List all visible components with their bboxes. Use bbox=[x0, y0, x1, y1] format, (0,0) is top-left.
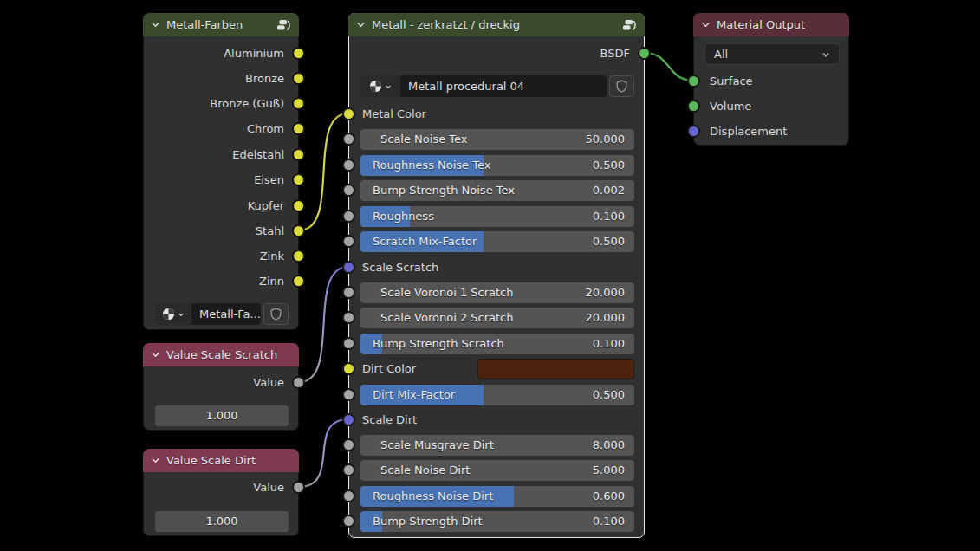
slider-label: Roughness bbox=[373, 206, 434, 227]
input-socket[interactable] bbox=[342, 235, 355, 248]
chevron-down-icon bbox=[821, 50, 830, 59]
slider-label: Bump Strength Dirt bbox=[373, 511, 483, 532]
slider-bump-strength-dirt[interactable]: Bump Strength Dirt 0.100 bbox=[360, 511, 634, 532]
output-socket-value[interactable] bbox=[292, 376, 305, 389]
input-socket-scale-dirt[interactable] bbox=[342, 413, 355, 426]
node-header[interactable]: Metall - zerkratzt / dreckig bbox=[348, 13, 645, 36]
input-socket[interactable] bbox=[342, 286, 355, 299]
input-socket[interactable] bbox=[342, 438, 355, 451]
slider-scale-voronoi-2-scratch[interactable]: Scale Voronoi 2 Scratch 20.000 bbox=[360, 308, 634, 328]
output-target-select[interactable]: All bbox=[704, 43, 840, 65]
input-socket[interactable] bbox=[342, 311, 355, 324]
datablock-browse-button[interactable] bbox=[155, 303, 191, 325]
slider-scale-noise-dirt[interactable]: Scale Noise Dirt 5.000 bbox=[360, 460, 634, 481]
node-header[interactable]: Metall-Farben bbox=[143, 13, 299, 36]
input-label-metal-color: Metal Color bbox=[362, 106, 426, 123]
output-socket-bsdf[interactable] bbox=[638, 47, 651, 60]
output-socket-zink[interactable] bbox=[292, 250, 305, 263]
input-socket-surface[interactable] bbox=[687, 75, 700, 88]
output-socket-bronze[interactable] bbox=[292, 72, 305, 85]
node-metall-zerkratzt-dreckig[interactable]: Metall - zerkratzt / dreckig BSDF Metall… bbox=[348, 13, 645, 538]
chevron-down-icon[interactable] bbox=[701, 20, 711, 29]
output-socket-value[interactable] bbox=[292, 481, 305, 494]
slider-roughness-noise-dirt[interactable]: Roughness Noise Dirt 0.600 bbox=[360, 486, 634, 507]
slider-label: Roughness Noise Tex bbox=[373, 155, 490, 176]
node-header[interactable]: Value Scale Dirt bbox=[143, 449, 299, 472]
output-socket-bronze-guss[interactable] bbox=[292, 97, 305, 110]
datablock-browse-button[interactable] bbox=[360, 75, 400, 97]
value-slider[interactable]: 1.000 bbox=[155, 511, 289, 532]
output-label: Edelstahl bbox=[232, 146, 284, 164]
output-socket-edelstahl[interactable] bbox=[292, 148, 305, 161]
datablock-name-field[interactable]: Metall procedural 04 bbox=[400, 75, 607, 97]
slider-label: Scale Voronoi 2 Scratch bbox=[380, 308, 514, 328]
output-socket-chrom[interactable] bbox=[292, 122, 305, 135]
input-socket[interactable] bbox=[342, 489, 355, 502]
chevron-down-icon[interactable] bbox=[151, 456, 160, 465]
slider-bump-strength-noise-tex[interactable]: Bump Strength Noise Tex 0.002 bbox=[360, 180, 634, 201]
slider-roughness-noise-tex[interactable]: Roughness Noise Tex 0.500 bbox=[360, 155, 634, 176]
input-socket[interactable] bbox=[342, 133, 355, 146]
node-header[interactable]: Value Scale Scratch bbox=[143, 343, 299, 366]
slider-scale-musgrave-dirt[interactable]: Scale Musgrave Dirt 8.000 bbox=[360, 435, 634, 456]
output-label: Stahl bbox=[256, 223, 284, 240]
output-label: Bronze bbox=[245, 70, 284, 88]
slider-value: 0.500 bbox=[593, 385, 625, 405]
value-slider[interactable]: 1.000 bbox=[155, 405, 289, 426]
wire-bsdf-to-surface bbox=[645, 53, 693, 81]
output-socket-aluminium[interactable] bbox=[292, 47, 305, 60]
output-label: Zinn bbox=[259, 273, 284, 290]
node-title: Metall - zerkratzt / dreckig bbox=[372, 18, 520, 31]
material-sphere-icon bbox=[162, 308, 175, 321]
node-title: Material Output bbox=[717, 18, 805, 31]
chevron-down-icon[interactable] bbox=[151, 20, 160, 29]
slider-value: 0.100 bbox=[593, 511, 625, 532]
input-socket-metal-color[interactable] bbox=[342, 107, 355, 120]
node-metall-farben[interactable]: Metall-Farben Aluminium Bronze Bronze (G… bbox=[143, 13, 299, 330]
slider-value: 20.000 bbox=[586, 308, 626, 328]
slider-label: Scale Musgrave Dirt bbox=[380, 435, 494, 456]
slider-scale-voronoi-1-scratch[interactable]: Scale Voronoi 1 Scratch 20.000 bbox=[360, 282, 634, 303]
node-value-scale-scratch[interactable]: Value Scale Scratch Value 1.000 bbox=[143, 343, 299, 431]
chevron-down-icon[interactable] bbox=[151, 350, 160, 360]
slider-value: 8.000 bbox=[593, 435, 625, 456]
fake-user-toggle[interactable] bbox=[263, 303, 289, 325]
output-socket-kupfer[interactable] bbox=[292, 199, 305, 212]
output-socket-eisen[interactable] bbox=[292, 173, 305, 186]
node-material-output[interactable]: Material Output All Surface Volume Displ… bbox=[693, 13, 849, 146]
input-socket[interactable] bbox=[342, 159, 355, 172]
input-socket[interactable] bbox=[342, 184, 355, 197]
input-socket[interactable] bbox=[342, 210, 355, 223]
output-socket-stahl[interactable] bbox=[292, 224, 305, 237]
input-socket[interactable] bbox=[342, 515, 355, 528]
shield-icon bbox=[616, 80, 627, 93]
input-socket[interactable] bbox=[342, 388, 355, 401]
slider-label: Bump Strength Scratch bbox=[373, 334, 504, 354]
input-socket-scale-scratch[interactable] bbox=[342, 261, 355, 274]
slider-value: 1.000 bbox=[155, 511, 289, 532]
input-socket[interactable] bbox=[342, 337, 355, 350]
slider-dirt-mix-factor[interactable]: Dirt Mix-Factor 0.500 bbox=[360, 385, 634, 405]
output-socket-zinn[interactable] bbox=[292, 275, 305, 288]
chevron-down-icon[interactable] bbox=[356, 20, 366, 29]
input-socket-displacement[interactable] bbox=[687, 125, 700, 138]
input-socket-dirt-color[interactable] bbox=[342, 362, 355, 375]
fake-user-toggle[interactable] bbox=[609, 75, 634, 97]
nodegroup-datablock-selector: Metall procedural 04 bbox=[360, 75, 634, 97]
slider-value: 0.100 bbox=[593, 334, 625, 354]
slider-value: 1.000 bbox=[155, 405, 289, 426]
slider-scale-noise-tex[interactable]: Scale Noise Tex 50.000 bbox=[360, 129, 634, 150]
datablock-name-field[interactable]: Metall-Fa... bbox=[191, 303, 261, 325]
slider-scratch-mix-factor[interactable]: Scratch Mix-Factor 0.500 bbox=[360, 231, 634, 252]
input-label-scale-scratch: Scale Scratch bbox=[362, 259, 438, 276]
node-header[interactable]: Material Output bbox=[693, 13, 849, 36]
slider-roughness[interactable]: Roughness 0.100 bbox=[360, 206, 634, 227]
slider-value: 0.100 bbox=[593, 206, 625, 227]
dirt-color-swatch[interactable] bbox=[477, 359, 634, 379]
slider-label: Scratch Mix-Factor bbox=[373, 231, 477, 252]
shield-icon bbox=[270, 308, 282, 321]
node-value-scale-dirt[interactable]: Value Scale Dirt Value 1.000 bbox=[143, 449, 299, 536]
input-socket[interactable] bbox=[342, 463, 355, 476]
input-socket-volume[interactable] bbox=[687, 100, 700, 113]
slider-bump-strength-scratch[interactable]: Bump Strength Scratch 0.100 bbox=[360, 334, 634, 354]
